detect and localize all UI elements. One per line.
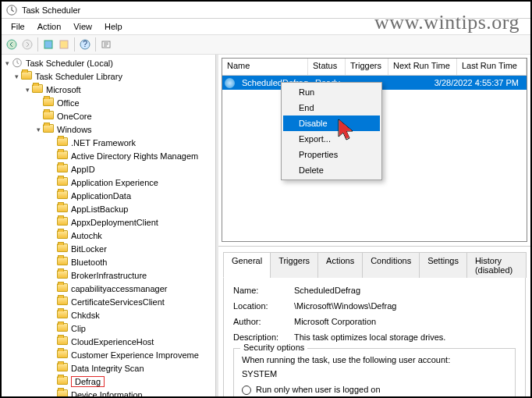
folder-icon	[43, 124, 55, 134]
tab-actions[interactable]: Actions	[317, 252, 363, 278]
expander-icon[interactable]: ▾	[23, 85, 32, 94]
column-headers[interactable]: Name Status Triggers Next Run Time Last …	[222, 59, 527, 76]
tree-item[interactable]: AppID	[2, 162, 215, 176]
tree-item[interactable]: Device Information	[2, 388, 215, 396]
folder-icon	[57, 270, 69, 280]
tree-item[interactable]: capabilityaccessmanager	[2, 282, 215, 295]
expander-icon[interactable]	[48, 191, 57, 200]
radio-run-logged-on[interactable]: Run only when user is logged on	[242, 385, 507, 395]
col-triggers: Triggers	[346, 59, 388, 75]
tree-item[interactable]: Application Experience	[2, 176, 215, 189]
tab-settings[interactable]: Settings	[419, 252, 467, 278]
expander-icon[interactable]	[48, 151, 57, 160]
tree-item[interactable]: Defrag	[2, 375, 215, 388]
menu-file[interactable]: File	[5, 20, 31, 33]
folder-icon	[32, 84, 44, 94]
col-last: Last Run Time	[457, 59, 527, 75]
expander-icon[interactable]	[48, 204, 57, 213]
tree-item[interactable]: Chkdsk	[2, 308, 215, 322]
folder-icon	[43, 98, 55, 108]
tree-item[interactable]: CloudExperienceHost	[2, 335, 215, 348]
tree-item[interactable]: BitLocker	[2, 242, 215, 255]
tree-item[interactable]: .NET Framework	[2, 136, 215, 149]
folder-icon	[57, 243, 69, 254]
expander-icon[interactable]	[34, 112, 43, 120]
tree-item[interactable]: AppxDeploymentClient	[2, 215, 215, 229]
expander-icon[interactable]	[48, 311, 57, 319]
menu-bar: File Action View Help	[2, 19, 530, 34]
tree-item[interactable]: Active Directory Rights Managem	[2, 149, 215, 162]
tree-item[interactable]: CertificateServicesClient	[2, 295, 215, 308]
expander-icon[interactable]	[48, 178, 57, 187]
ctx-run[interactable]: Run	[283, 84, 380, 100]
folder-icon	[57, 389, 69, 396]
tree-item[interactable]: Clip	[2, 322, 215, 335]
expander-icon[interactable]: ▾	[3, 59, 12, 67]
tree-pane[interactable]: ▾Task Scheduler (Local)▾Task Scheduler L…	[2, 55, 216, 396]
menu-view[interactable]: View	[67, 20, 98, 33]
app-icon	[6, 5, 17, 16]
expander-icon[interactable]	[48, 165, 57, 173]
menu-help[interactable]: Help	[98, 20, 129, 33]
tree-item[interactable]: BrokerInfrastructure	[2, 268, 215, 282]
svg-rect-3	[44, 41, 52, 48]
task-icon	[225, 78, 235, 88]
expander-icon[interactable]	[48, 231, 57, 240]
security-group: Security options When running the task, …	[233, 348, 516, 396]
tree-item[interactable]: Customer Experience Improveme	[2, 348, 215, 361]
tree-item[interactable]: Data Integrity Scan	[2, 361, 215, 375]
tree-item[interactable]: OneCore	[2, 109, 215, 123]
scope-button[interactable]	[41, 37, 55, 52]
folder-icon	[57, 204, 69, 214]
tree-item[interactable]: Office	[2, 96, 215, 109]
expander-icon[interactable]	[48, 244, 57, 253]
folder-icon	[57, 350, 69, 360]
ctx-properties[interactable]: Properties	[283, 147, 380, 162]
context-menu: Run End Disable Export... Properties Del…	[281, 82, 382, 180]
col-name: Name	[222, 59, 308, 75]
help-button[interactable]: ?	[78, 37, 92, 52]
tab-strip: General Triggers Actions Conditions Sett…	[223, 251, 526, 278]
expander-icon[interactable]	[48, 324, 57, 332]
expander-icon[interactable]	[34, 98, 43, 107]
expander-icon[interactable]	[48, 258, 57, 266]
expander-icon[interactable]: ▾	[12, 72, 21, 80]
refresh-button[interactable]	[57, 37, 71, 52]
tree-item[interactable]: Bluetooth	[2, 255, 215, 268]
tree-item[interactable]: ▾Task Scheduler (Local)	[2, 56, 215, 69]
expander-icon[interactable]	[48, 218, 57, 226]
action-button[interactable]	[99, 37, 113, 52]
tree-item[interactable]: AppListBackup	[2, 202, 215, 215]
ctx-export[interactable]: Export...	[283, 131, 380, 147]
tree-item[interactable]: ▾Windows	[2, 123, 215, 136]
expander-icon[interactable]: ▾	[34, 125, 43, 133]
expander-icon[interactable]	[48, 350, 57, 359]
menu-action[interactable]: Action	[31, 20, 68, 33]
tree-item[interactable]: Autochk	[2, 229, 215, 242]
expander-icon[interactable]	[48, 284, 57, 293]
tree-item[interactable]: ▾Task Scheduler Library	[2, 69, 215, 83]
expander-icon[interactable]	[48, 271, 57, 279]
tab-history[interactable]: History (disabled)	[466, 252, 527, 278]
folder-icon	[57, 190, 69, 201]
value-description: This task optimizes local storage drives…	[294, 332, 445, 342]
ctx-disable[interactable]: Disable	[283, 115, 380, 131]
window-title: Task Scheduler	[22, 5, 80, 15]
expander-icon[interactable]	[48, 364, 57, 372]
ctx-delete[interactable]: Delete	[283, 162, 380, 178]
expander-icon[interactable]	[48, 337, 57, 346]
tab-general[interactable]: General	[223, 252, 271, 278]
expander-icon[interactable]	[48, 377, 57, 386]
back-button[interactable]	[5, 37, 19, 52]
expander-icon[interactable]	[48, 138, 57, 147]
value-location: \Microsoft\Windows\Defrag	[294, 301, 396, 311]
ctx-end[interactable]: End	[283, 100, 380, 115]
forward-button[interactable]	[20, 37, 34, 52]
expander-icon[interactable]	[48, 297, 57, 306]
tab-conditions[interactable]: Conditions	[362, 252, 420, 278]
tree-item[interactable]: ApplicationData	[2, 189, 215, 202]
expander-icon[interactable]	[48, 390, 57, 396]
tab-triggers[interactable]: Triggers	[270, 252, 318, 278]
label-author: Author:	[233, 317, 294, 326]
tree-item[interactable]: ▾Microsoft	[2, 83, 215, 96]
